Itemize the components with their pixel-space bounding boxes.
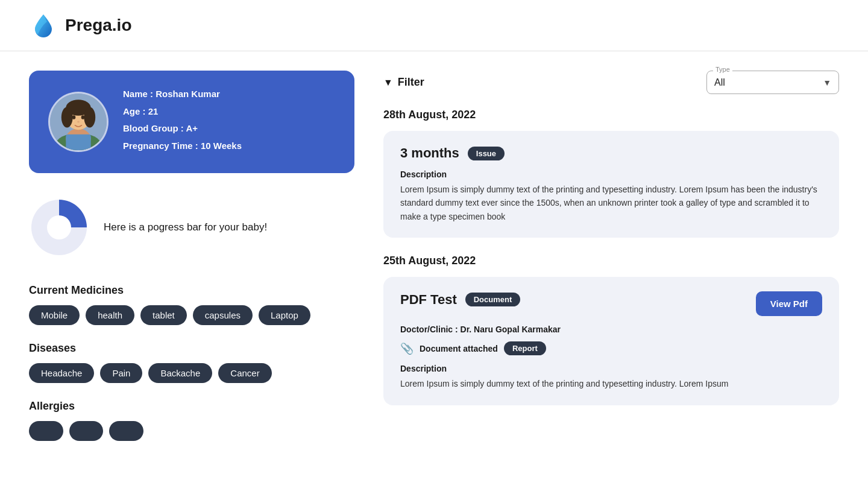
profile-age: Age : 21 bbox=[123, 105, 242, 119]
record-badge: Issue bbox=[468, 147, 505, 160]
profile-info: Name : Roshan Kumar Age : 21 Blood Group… bbox=[123, 87, 242, 156]
allergies-section: Allergies bbox=[29, 400, 354, 441]
progress-pie-chart bbox=[29, 197, 89, 258]
svg-point-6 bbox=[84, 107, 95, 128]
allergy-tag[interactable] bbox=[109, 421, 143, 441]
svg-point-9 bbox=[77, 121, 80, 123]
filter-icon: ▼ bbox=[383, 77, 393, 88]
filter-label: ▼ Filter bbox=[383, 76, 424, 89]
record-title: PDF Test bbox=[400, 292, 457, 308]
svg-point-8 bbox=[81, 115, 85, 119]
allergies-tags bbox=[29, 421, 354, 441]
allergies-heading: Allergies bbox=[29, 400, 354, 413]
disease-tag[interactable]: Cancer bbox=[218, 363, 271, 383]
main-content: Name : Roshan Kumar Age : 21 Blood Group… bbox=[0, 51, 868, 477]
profile-name: Name : Roshan Kumar bbox=[123, 87, 242, 101]
medicine-tag[interactable]: health bbox=[86, 305, 134, 325]
record-card: 3 monthsIssueDescriptionLorem Ipsum is s… bbox=[383, 131, 839, 238]
progress-section: Here is a pogress bar for your baby! bbox=[29, 192, 354, 262]
allergy-tag[interactable] bbox=[29, 421, 63, 441]
diseases-section: Diseases HeadachePainBackacheCancer bbox=[29, 342, 354, 383]
record-badge: Document bbox=[465, 293, 521, 306]
medicine-tag[interactable]: capsules bbox=[193, 305, 253, 325]
medicines-section: Current Medicines Mobilehealthtabletcaps… bbox=[29, 284, 354, 325]
svg-point-5 bbox=[61, 107, 73, 128]
filter-text: Filter bbox=[398, 76, 424, 89]
diseases-heading: Diseases bbox=[29, 342, 354, 355]
type-select-wrapper[interactable]: Type All Issue Document ▼ bbox=[706, 71, 839, 94]
disease-tag[interactable]: Backache bbox=[148, 363, 212, 383]
app-logo bbox=[29, 11, 58, 40]
record-date-heading: 28th August, 2022 bbox=[383, 109, 839, 121]
profile-blood-group: Blood Group : A+ bbox=[123, 122, 242, 136]
left-panel: Name : Roshan Kumar Age : 21 Blood Group… bbox=[29, 71, 354, 458]
type-label: Type bbox=[713, 66, 732, 73]
svg-rect-10 bbox=[66, 135, 90, 150]
profile-pregnancy: Pregnancy Time : 10 Weeks bbox=[123, 139, 242, 153]
record-date-heading: 25th August, 2022 bbox=[383, 255, 839, 267]
records-container: 28th August, 20223 monthsIssueDescriptio… bbox=[383, 109, 839, 405]
medicines-heading: Current Medicines bbox=[29, 284, 354, 297]
record-header-left: PDF TestDocument bbox=[400, 292, 520, 308]
medicines-tags: MobilehealthtabletcapsulesLaptop bbox=[29, 305, 354, 325]
medicine-tag[interactable]: Mobile bbox=[29, 305, 80, 325]
record-description-label: Description bbox=[400, 364, 822, 373]
medicine-tag[interactable]: Laptop bbox=[259, 305, 310, 325]
record-description: Lorem Ipsum is simply dummy text of the … bbox=[400, 183, 822, 223]
record-card: PDF TestDocumentView PdfDoctor/Clinic : … bbox=[383, 277, 839, 405]
allergy-tag[interactable] bbox=[69, 421, 104, 441]
doc-attached-row: 📎Document attachedReport bbox=[400, 341, 822, 355]
app-title: Prega.io bbox=[65, 16, 131, 35]
doc-attached-label: Document attached bbox=[420, 344, 498, 353]
record-header-row: PDF TestDocumentView Pdf bbox=[400, 291, 822, 316]
doctor-clinic: Doctor/Clinic : Dr. Naru Gopal Karmakar bbox=[400, 325, 822, 334]
disease-tag[interactable]: Headache bbox=[29, 363, 94, 383]
progress-text: Here is a pogress bar for your baby! bbox=[104, 220, 267, 235]
right-panel: ▼ Filter Type All Issue Document ▼ 28th … bbox=[383, 71, 839, 458]
avatar bbox=[48, 92, 108, 152]
record-description: Lorem Ipsum is simply dummy text of the … bbox=[400, 377, 822, 390]
disease-tag[interactable]: Pain bbox=[100, 363, 142, 383]
paperclip-icon: 📎 bbox=[400, 342, 414, 355]
medicine-tag[interactable]: tablet bbox=[140, 305, 187, 325]
diseases-tags: HeadachePainBackacheCancer bbox=[29, 363, 354, 383]
svg-point-7 bbox=[72, 115, 76, 119]
record-title: 3 months bbox=[400, 145, 459, 161]
record-header: 3 monthsIssue bbox=[400, 145, 822, 161]
record-description-label: Description bbox=[400, 169, 822, 179]
profile-card: Name : Roshan Kumar Age : 21 Blood Group… bbox=[29, 71, 354, 173]
report-badge: Report bbox=[504, 341, 546, 355]
type-select[interactable]: All Issue Document bbox=[714, 74, 831, 91]
filter-row: ▼ Filter Type All Issue Document ▼ bbox=[383, 71, 839, 94]
app-header: Prega.io bbox=[0, 0, 868, 51]
svg-point-12 bbox=[47, 215, 71, 239]
view-pdf-button[interactable]: View Pdf bbox=[756, 291, 822, 316]
